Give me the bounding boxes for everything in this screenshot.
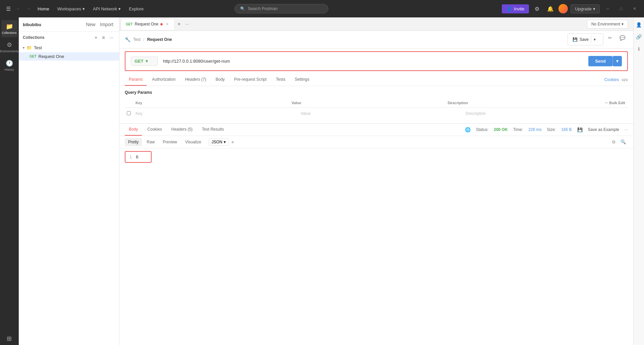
tab-body[interactable]: Body — [212, 74, 229, 86]
resp-tab-test-results[interactable]: Test Results — [198, 124, 228, 136]
tab-bar: GET Request One ✕ + ··· No Environment ▾ — [119, 17, 633, 31]
right-info-icon[interactable]: ℹ — [634, 44, 644, 54]
more-collections-button[interactable]: ··· — [108, 34, 115, 41]
invite-button[interactable]: 👤 Invite — [502, 4, 529, 13]
back-button[interactable]: ← — [14, 5, 23, 13]
response-value: 6 — [136, 154, 138, 159]
collections-title: Collections — [23, 35, 90, 40]
unsaved-indicator — [160, 23, 163, 25]
folder-icon: 📁 — [26, 45, 32, 50]
avatar[interactable] — [558, 4, 568, 13]
collection-name: Test — [34, 45, 42, 50]
tab-request-one[interactable]: GET Request One ✕ — [121, 19, 175, 30]
search-response-button[interactable]: 🔍 — [619, 138, 628, 146]
resp-tab-cookies[interactable]: Cookies — [143, 124, 166, 136]
settings-icon[interactable]: ⚙ — [532, 3, 542, 14]
value-cell: Value — [298, 109, 463, 118]
breadcrumb-parent[interactable]: Test — [133, 37, 141, 42]
cookies-link[interactable]: Cookies — [604, 77, 619, 82]
more-params-icon[interactable]: ··· — [605, 101, 608, 105]
globe-icon: 🌐 — [465, 127, 471, 132]
params-table-header: Key Value Description ··· Bulk Edit — [125, 98, 628, 108]
response-body: 16 — [119, 148, 633, 345]
params-row-checkbox[interactable] — [127, 111, 131, 115]
get-method-badge: GET — [30, 55, 37, 58]
close-icon[interactable]: ─ — [602, 3, 613, 14]
right-connect-icon[interactable]: 🔗 — [634, 32, 644, 42]
breadcrumb-separator: / — [143, 37, 145, 42]
upgrade-button[interactable]: Upgrade ▾ — [571, 4, 600, 13]
method-arrow-icon: ▾ — [146, 59, 148, 64]
right-person-icon[interactable]: 👤 — [634, 20, 644, 29]
notification-icon[interactable]: 🔔 — [545, 3, 556, 14]
value-header: Value — [289, 99, 445, 106]
resp-tab-headers[interactable]: Headers (5) — [167, 124, 197, 136]
more-response-options[interactable]: ··· — [625, 127, 628, 132]
json-format-select[interactable]: JSON ▾ — [209, 138, 229, 146]
maximize-icon[interactable]: □ — [616, 3, 627, 14]
breadcrumb: 🔧 Test / Request One 💾 Save ▾ ✏ 💬 — [119, 31, 633, 49]
collections-panel: bibubibu New Import Collections + ≡ ··· … — [19, 17, 119, 345]
save-example-button[interactable]: Save as Example — [588, 127, 619, 132]
panel-actions: New Import — [84, 21, 115, 28]
format-pretty[interactable]: Pretty — [125, 138, 142, 146]
api-network-nav[interactable]: API Network ▾ — [90, 4, 124, 13]
code-icon[interactable]: </> — [622, 77, 628, 82]
response-size: 165 B — [561, 127, 572, 132]
new-button[interactable]: New — [84, 21, 97, 28]
save-dropdown-arrow[interactable]: ▾ — [591, 36, 598, 44]
window-close-icon[interactable]: ✕ — [629, 3, 640, 14]
method-selector[interactable]: GET ▾ — [131, 57, 158, 66]
request-tabs: Params Authorization Headers (7) Body Pr… — [119, 74, 633, 86]
filter-response-icon[interactable]: ≡ — [231, 140, 234, 145]
sidebar-item-mock[interactable]: ⊞ — [1, 332, 17, 345]
search-box[interactable]: 🔍 Search Postman — [234, 4, 328, 13]
tab-close-button[interactable]: ✕ — [165, 22, 170, 27]
tab-params[interactable]: Params — [125, 74, 147, 86]
sidebar-item-environments[interactable]: ⚙ Environments — [1, 39, 17, 56]
tab-tests[interactable]: Tests — [272, 74, 289, 86]
menu-icon[interactable]: ☰ — [4, 4, 13, 14]
save-icon-resp: 💾 — [577, 127, 583, 132]
home-nav[interactable]: Home — [34, 4, 53, 13]
collection-request-one[interactable]: GET Request One — [19, 52, 119, 61]
history-icon: 🕐 — [6, 60, 13, 67]
tab-prerequest[interactable]: Pre-request Script — [230, 74, 271, 86]
new-tab-button[interactable]: + — [175, 20, 183, 28]
collections-icon: 📁 — [6, 23, 13, 30]
response-status: 🌐 Status: 200 OK Time: 226 ms Size: 165 … — [465, 127, 628, 132]
tab-name: Request One — [135, 22, 159, 26]
tab-headers[interactable]: Headers (7) — [181, 74, 210, 86]
sidebar-item-history[interactable]: 🕐 History — [1, 57, 17, 74]
sidebar-item-collections[interactable]: 📁 Collections — [1, 20, 17, 37]
edit-icon[interactable]: ✏ — [605, 33, 615, 46]
send-button[interactable]: Send — [588, 56, 612, 66]
forward-button[interactable]: → — [24, 5, 33, 13]
resp-tab-body[interactable]: Body — [125, 124, 142, 136]
description-header: Description — [445, 99, 601, 106]
tab-method: GET — [126, 22, 133, 26]
save-button[interactable]: 💾 Save ▾ — [568, 33, 603, 46]
more-tabs-button[interactable]: ··· — [183, 20, 191, 28]
environment-selector[interactable]: No Environment ▾ — [587, 20, 628, 28]
workspaces-nav[interactable]: Workspaces ▾ — [54, 4, 88, 13]
bulk-edit-button[interactable]: Bulk Edit — [609, 101, 625, 105]
time-label: Time: — [513, 127, 523, 132]
comment-icon[interactable]: 💬 — [617, 33, 628, 46]
add-collection-button[interactable]: + — [93, 34, 99, 41]
right-sidebar: 👤 🔗 ℹ — [633, 17, 644, 345]
collection-test[interactable]: ▾ 📁 Test — [19, 43, 119, 52]
tab-authorization[interactable]: Authorization — [148, 74, 179, 86]
response-actions: ⧉ 🔍 — [610, 138, 628, 146]
tab-settings[interactable]: Settings — [291, 74, 313, 86]
copy-response-button[interactable]: ⧉ — [610, 138, 617, 146]
explore-nav[interactable]: Explore — [125, 4, 147, 13]
url-input[interactable] — [160, 57, 586, 65]
format-raw[interactable]: Raw — [143, 138, 158, 146]
format-visualize[interactable]: Visualize — [182, 138, 205, 146]
env-arrow-icon: ▾ — [622, 22, 624, 26]
send-dropdown-button[interactable]: ▾ — [612, 56, 622, 66]
format-preview[interactable]: Preview — [159, 138, 180, 146]
filter-collections-button[interactable]: ≡ — [100, 34, 106, 41]
import-button[interactable]: Import — [98, 21, 115, 28]
